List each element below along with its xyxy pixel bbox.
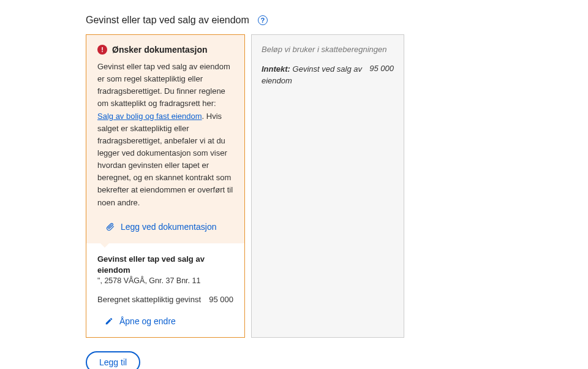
documentation-warning-box: ! Ønsker dokumentasjon Gevinst eller tap… [86, 35, 244, 243]
sale-rules-link[interactable]: Salg av bolig og fast eiendom [97, 112, 202, 121]
pencil-icon [105, 317, 113, 325]
tax-summary-panel: Beløp vi bruker i skatteberegningen Innt… [251, 34, 404, 338]
property-item: Gevinst eller tap ved salg av eiendom ",… [86, 248, 244, 337]
calculated-gain-value: 95 000 [209, 295, 233, 304]
tax-summary-label-bold: Inntekt: [262, 64, 290, 74]
property-sale-card: ! Ønsker dokumentasjon Gevinst eller tap… [86, 34, 245, 338]
paperclip-icon [106, 221, 115, 232]
property-item-title: Gevinst eller tap ved salg av eiendom [97, 254, 233, 276]
warning-text-before: Gevinst eller tap ved salg av eiendom er… [97, 62, 230, 108]
attach-documentation-button[interactable]: Legg ved dokumentasjon [97, 221, 233, 232]
tax-summary-value: 95 000 [369, 64, 394, 73]
property-item-address: ", 2578 VÅGÅ, Gnr. 37 Bnr. 11 [97, 276, 233, 285]
open-and-edit-button[interactable]: Åpne og endre [97, 316, 233, 326]
open-and-edit-label: Åpne og endre [119, 316, 176, 326]
warning-body: Gevinst eller tap ved salg av eiendom er… [97, 61, 233, 209]
warning-title: Ønsker dokumentasjon [112, 45, 208, 55]
notch-decoration [100, 243, 110, 248]
add-button[interactable]: Legg til [86, 351, 140, 369]
warning-text-after: . Hvis salget er skattepliktig eller fra… [97, 112, 233, 207]
tax-summary-heading: Beløp vi bruker i skatteberegningen [262, 45, 394, 54]
warning-icon: ! [97, 45, 107, 55]
page-title: Gevinst eller tap ved salg av eiendom [86, 15, 249, 26]
attach-documentation-label: Legg ved dokumentasjon [121, 222, 216, 232]
help-icon[interactable]: ? [258, 15, 268, 25]
tax-summary-row: Inntekt: Gevinst ved salg av eiendom 95 … [262, 64, 394, 87]
tax-summary-label: Inntekt: Gevinst ved salg av eiendom [262, 64, 363, 87]
calculated-gain-label: Beregnet skattepliktig gevinst [97, 295, 201, 304]
